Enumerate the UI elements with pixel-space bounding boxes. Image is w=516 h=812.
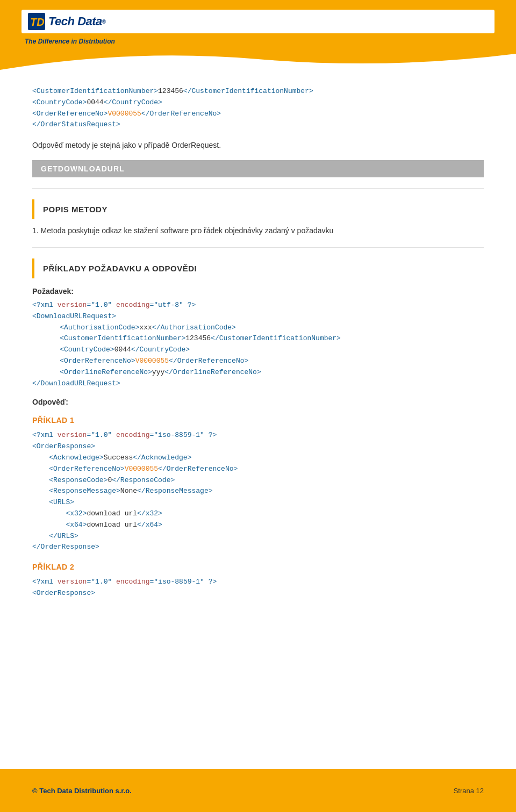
footer-copyright: © Tech Data Distribution s.r.o. <box>32 787 132 795</box>
response-note: Odpověď metody je stejná jako v případě … <box>32 139 484 151</box>
logo-tagline: The Difference in Distribution <box>25 38 494 45</box>
example2-heading: PŘÍKLAD 2 <box>32 563 484 571</box>
section-priklady: PŘÍKLADY POŽADAVKU A ODPOVĚDI <box>32 258 484 278</box>
example1-xml-block: <?xml version="1.0" encoding="iso-8859-1… <box>32 430 484 553</box>
logo-text: Tech Data <box>48 15 102 28</box>
request-label: Požadavek: <box>32 287 484 296</box>
example2-xml-block: <?xml version="1.0" encoding="iso-8859-1… <box>32 577 484 599</box>
response-label: Odpověď: <box>32 398 484 406</box>
footer-page-number: Strana 12 <box>454 787 484 795</box>
request-xml-block: <?xml version="1.0" encoding="utf-8" ?> … <box>32 300 484 389</box>
section-popis-metody: POPIS METODY <box>32 199 484 219</box>
page-footer: © Tech Data Distribution s.r.o. Strana 1… <box>0 769 516 812</box>
svg-text:TD: TD <box>30 16 45 28</box>
closing-xml-block: <CustomerIdentificationNumber>123456</Cu… <box>32 86 484 131</box>
divider-1 <box>32 188 484 189</box>
divider-2 <box>32 247 484 248</box>
logo-registered: ® <box>102 19 106 25</box>
main-content: <CustomerIdentificationNumber>123456</Cu… <box>0 70 516 662</box>
logo-box: TD Tech Data ® <box>22 10 494 33</box>
page-header: TD Tech Data ® The Difference in Distrib… <box>0 0 516 70</box>
td-logo-icon: TD <box>28 13 45 30</box>
header-wave <box>0 48 516 70</box>
item-1: 1. Metoda poskytuje odkaz ke stažení sof… <box>32 225 484 236</box>
example1-heading: PŘÍKLAD 1 <box>32 416 484 425</box>
logo-container: TD Tech Data ® The Difference in Distrib… <box>22 10 494 45</box>
section-getdownloadurl: GETDOWNLOADURL <box>32 160 484 177</box>
